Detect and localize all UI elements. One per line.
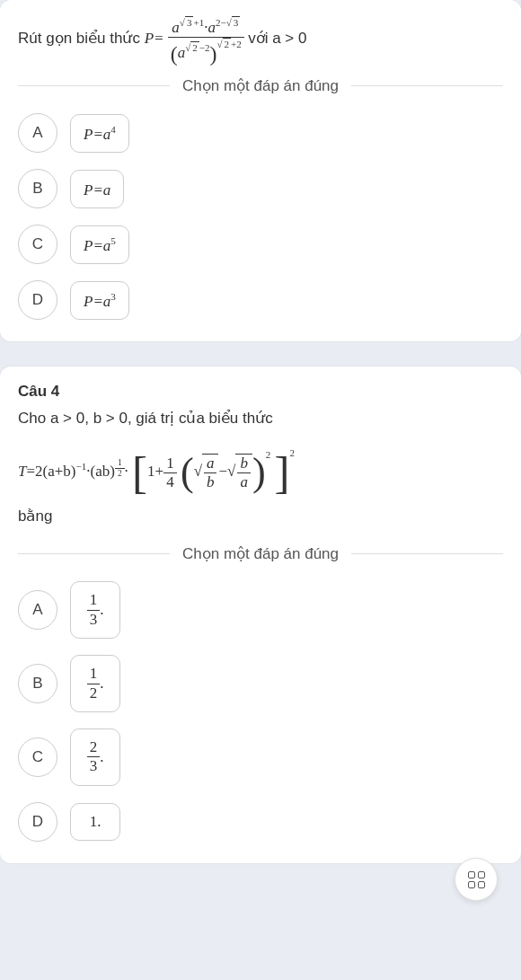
option-letter: B — [18, 664, 57, 703]
q4-lead: Cho a > 0, b > 0, giá trị của biểu thức — [18, 406, 503, 432]
q4-prompt-divider: Chọn một đáp án đúng — [18, 544, 503, 563]
option-content: 13. — [70, 581, 120, 639]
option-content: P=a3 — [70, 281, 129, 321]
q3-prompt: Chọn một đáp án đúng — [170, 76, 351, 95]
q4-prompt: Chọn một đáp án đúng — [170, 544, 351, 563]
q3-option-A[interactable]: A P=a4 — [18, 113, 503, 153]
q3-option-D[interactable]: D P=a3 — [18, 280, 503, 320]
option-content: 23. — [70, 728, 120, 786]
q4-tail: bằng — [18, 504, 503, 530]
option-content: 1. — [70, 803, 120, 841]
option-content: 12. — [70, 655, 120, 712]
option-letter: D — [18, 280, 57, 320]
option-content: P=a4 — [70, 114, 129, 154]
q4-option-B[interactable]: B 12. — [18, 655, 503, 712]
option-letter: C — [18, 225, 57, 264]
option-letter: B — [18, 169, 57, 208]
q3-option-C[interactable]: C P=a5 — [18, 225, 503, 264]
option-letter: D — [18, 802, 57, 842]
option-letter: C — [18, 737, 57, 777]
q3-options: A P=a4 B P=a C P=a5 D P=a3 — [18, 113, 503, 320]
question-4-card: Câu 4 Cho a > 0, b > 0, giá trị của biểu… — [0, 366, 521, 862]
option-letter: A — [18, 590, 57, 630]
q4-label: Câu 4 — [18, 383, 503, 401]
question-3-card: Rút gọn biểu thức P= a3+1·a2−3 (a2−2)2+2… — [0, 0, 521, 341]
question-3-text: Rút gọn biểu thức P= a3+1·a2−3 (a2−2)2+2… — [18, 16, 503, 62]
q4-option-A[interactable]: A 13. — [18, 581, 503, 639]
q4-options: A 13. B 12. C 23. D 1. — [18, 581, 503, 841]
option-letter: A — [18, 113, 57, 153]
q3-expression: P= a3+1·a2−3 (a2−2)2+2 — [145, 30, 249, 47]
q3-lead: Rút gọn biểu thức — [18, 30, 145, 47]
q3-prompt-divider: Chọn một đáp án đúng — [18, 76, 503, 95]
option-content: P=a5 — [70, 225, 129, 265]
q4-option-C[interactable]: C 23. — [18, 728, 503, 786]
q3-option-B[interactable]: B P=a — [18, 169, 503, 208]
option-content: P=a — [70, 170, 124, 209]
q3-condition: với a > 0 — [248, 30, 306, 47]
q4-option-D[interactable]: D 1. — [18, 802, 503, 842]
q4-expression: T=2(a+b)−1·(ab)12· [1+14 (ab−ba)2 ]2 — [18, 445, 503, 491]
grid-icon — [468, 871, 485, 888]
